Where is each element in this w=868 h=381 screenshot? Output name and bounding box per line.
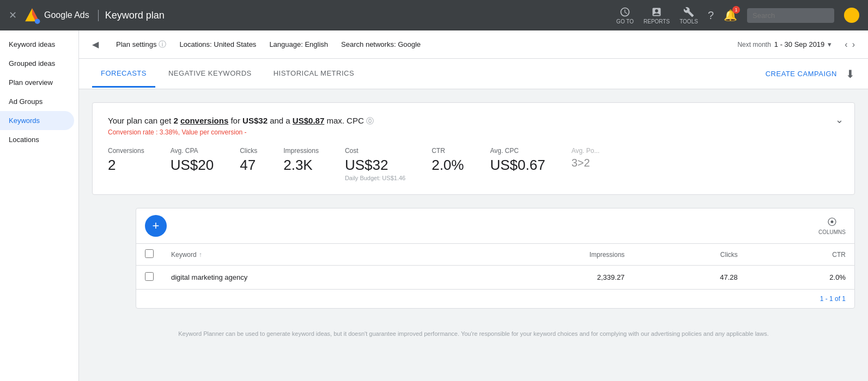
impressions-column-header: Impressions [464,244,634,266]
content-area: ⌄ Your plan can get 2 conversions for US… [79,89,868,322]
sidebar-item-locations[interactable]: Locations [0,130,74,149]
tab-forecasts[interactable]: FORECASTS [92,60,155,88]
keywords-table: Keyword ↑ Impressions Clicks CTR [136,243,854,290]
clicks-cell: 47.28 [633,266,746,290]
notifications-button[interactable]: 🔔 1 [724,9,737,22]
tools-icon [683,7,694,17]
language-setting: Language: English [269,40,328,48]
metrics-row: Conversions 2 Avg. CPA US$20 Clicks 47 I… [108,147,839,181]
clicks-column-header: Clicks [633,244,746,266]
metric-avg-pos: Avg. Po... 3>2 [572,147,600,181]
reports-icon [651,7,662,17]
svg-point-2 [35,19,40,24]
select-all-checkbox[interactable] [145,249,154,258]
sidebar-item-plan-overview[interactable]: Plan overview [0,73,74,92]
goto-icon [620,7,630,17]
collapse-sidebar-button[interactable]: ◀ [92,39,99,50]
add-keyword-button[interactable]: + [145,215,167,237]
columns-icon: ⦿ [827,217,837,228]
sidebar: Keyword ideas Grouped ideas Plan overvie… [0,30,79,381]
metric-conversions: Conversions 2 [108,147,144,181]
date-nav-arrows: ‹ › [845,40,855,50]
sidebar-item-keywords[interactable]: Keywords [0,111,74,130]
summary-headline: Your plan can get 2 conversions for US$3… [108,116,839,126]
reports-button[interactable]: REPORTS [644,7,670,24]
help-button[interactable]: ? [708,9,714,22]
table-row: digital marketing agency 2,339.27 47.28 … [136,266,854,290]
metric-impressions: Impressions 2.3K [283,147,319,181]
page-title: Keyword plan [98,10,165,21]
keyword-cell: digital marketing agency [162,266,464,290]
top-nav: ✕ Google Ads Keyword plan GO TO REPORTS … [0,0,868,30]
notification-badge: 1 [732,6,740,14]
plan-settings-bar: ◀ Plan settings ⓘ Locations: United Stat… [79,30,868,59]
go-to-button[interactable]: GO TO [616,7,634,24]
metric-ctr: CTR 2.0% [432,147,464,181]
row-checkbox-cell[interactable] [136,266,162,290]
plan-settings-label: Plan settings ⓘ [116,40,166,50]
tools-button[interactable]: TOOLS [679,7,698,24]
summary-collapse-button[interactable]: ⌄ [835,114,843,126]
sidebar-item-grouped-ideas[interactable]: Grouped ideas [0,54,74,73]
sort-icon[interactable]: ↑ [199,251,202,259]
network-setting: Search networks: Google [341,40,421,48]
impressions-cell: 2,339.27 [464,266,634,290]
conversion-rate-text: Conversion rate : 3.38%, Value per conve… [108,128,839,136]
top-nav-search[interactable] [747,8,834,23]
tabs-bar: FORECASTS NEGATIVE KEYWORDS HISTORICAL M… [79,59,868,89]
google-ads-logo-icon [23,7,41,24]
summary-card: ⌄ Your plan can get 2 conversions for US… [92,102,855,195]
metric-clicks: Clicks 47 [240,147,257,181]
max-cpc-help-icon[interactable]: ⓪ [366,116,374,125]
metric-cost: Cost US$32 Daily Budget: US$1.46 [345,147,405,181]
date-range-selector[interactable]: Next month 1 - 30 Sep 2019 ▾ [737,40,831,48]
date-dropdown-icon[interactable]: ▾ [828,40,831,48]
sidebar-item-ad-groups[interactable]: Ad Groups [0,92,74,111]
plan-settings-info-icon[interactable]: ⓘ [159,40,166,50]
download-button[interactable]: ⬇ [846,67,855,81]
footer: Keyword Planner can be used to generate … [79,322,868,346]
sidebar-item-keyword-ideas[interactable]: Keyword ideas [0,35,74,54]
close-button[interactable]: ✕ [9,9,17,21]
location-setting: Locations: United States [179,40,256,48]
row-checkbox[interactable] [145,272,154,281]
ctr-cell: 2.0% [746,266,854,290]
tab-historical-metrics[interactable]: HISTORICAL METRICS [265,60,363,88]
app-layout: Keyword ideas Grouped ideas Plan overvie… [0,30,868,381]
metric-avg-cpa: Avg. CPA US$20 [171,147,214,181]
date-prev-button[interactable]: ‹ [845,40,847,50]
tab-negative-keywords[interactable]: NEGATIVE KEYWORDS [160,60,260,88]
date-next-button[interactable]: › [852,40,855,50]
user-avatar[interactable] [844,8,859,23]
top-nav-actions: GO TO REPORTS TOOLS ? 🔔 1 [616,7,859,24]
table-toolbar: + ⦿ COLUMNS [136,208,854,243]
create-campaign-button[interactable]: CREATE CAMPAIGN [766,70,837,78]
keyword-column-header: Keyword ↑ [162,244,464,266]
metric-avg-cpc: Avg. CPC US$0.67 [490,147,545,181]
main-content: ◀ Plan settings ⓘ Locations: United Stat… [79,30,868,381]
columns-button[interactable]: ⦿ COLUMNS [818,217,846,235]
table-section: + ⦿ COLUMNS [136,208,855,309]
google-ads-text: Google Ads [44,10,89,20]
google-ads-logo: Google Ads [23,7,89,24]
pagination-info: 1 - 1 of 1 [136,290,854,308]
ctr-column-header: CTR [746,244,854,266]
select-all-header[interactable] [136,244,162,266]
